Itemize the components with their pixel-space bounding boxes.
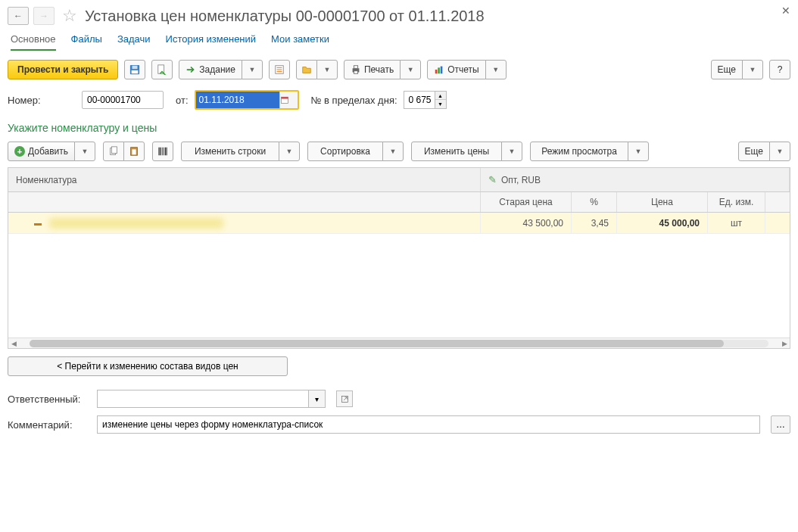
- svg-rect-11: [435, 70, 438, 73]
- comment-more-button[interactable]: …: [771, 415, 790, 434]
- col-price-header[interactable]: Цена: [617, 192, 708, 212]
- attach-dropdown[interactable]: ▼: [316, 60, 338, 79]
- folder-icon: [301, 64, 312, 75]
- day-index-input[interactable]: [404, 91, 435, 109]
- sort-dropdown[interactable]: ▼: [382, 142, 404, 161]
- task-button[interactable]: Задание: [179, 60, 242, 79]
- col-old-price-header[interactable]: Старая цена: [481, 192, 572, 212]
- responsible-open-button[interactable]: [336, 390, 353, 407]
- nav-back-button[interactable]: ←: [8, 7, 29, 25]
- scroll-thumb[interactable]: [30, 340, 724, 347]
- cell-price[interactable]: 45 000,00: [617, 213, 708, 233]
- responsible-dropdown[interactable]: ▾: [309, 390, 326, 408]
- table-row[interactable]: ▬ 43 500,00 3,45 45 000,00 шт: [8, 213, 790, 234]
- svg-rect-13: [441, 67, 443, 74]
- toolbar2-more-dropdown[interactable]: ▼: [769, 142, 790, 161]
- post-and-close-button[interactable]: Провести и закрыть: [8, 60, 118, 79]
- chart-icon: [434, 64, 444, 75]
- number-input[interactable]: [82, 91, 164, 109]
- print-dropdown[interactable]: ▼: [400, 60, 421, 79]
- svg-rect-15: [281, 97, 288, 98]
- svg-rect-10: [354, 71, 357, 74]
- print-label: Печать: [364, 64, 394, 75]
- col-percent-header[interactable]: %: [572, 192, 617, 212]
- edit-rows-dropdown[interactable]: ▼: [279, 142, 300, 161]
- list-icon: [274, 64, 285, 75]
- close-icon[interactable]: ✕: [781, 5, 790, 17]
- edit-prices-button[interactable]: Изменить цены: [411, 142, 502, 161]
- plus-icon: +: [14, 146, 25, 157]
- svg-rect-9: [354, 66, 357, 69]
- day-index-down[interactable]: ▼: [435, 100, 446, 108]
- attach-button[interactable]: [296, 60, 317, 79]
- col-opt-header[interactable]: ✎ Опт, RUB: [481, 168, 790, 191]
- day-index-up[interactable]: ▲: [435, 92, 446, 100]
- responsible-input[interactable]: [97, 390, 309, 408]
- tab-tasks[interactable]: Задачи: [117, 33, 151, 51]
- toolbar2-more-button[interactable]: Еще: [738, 142, 770, 161]
- more-dropdown[interactable]: ▼: [742, 60, 763, 79]
- post-button[interactable]: [151, 60, 173, 79]
- comment-input[interactable]: [97, 415, 760, 434]
- save-button[interactable]: [124, 60, 145, 79]
- edit-rows-button[interactable]: Изменить строки: [181, 142, 279, 161]
- add-label: Добавить: [28, 146, 68, 157]
- svg-rect-17: [111, 147, 117, 154]
- calendar-button[interactable]: [279, 92, 298, 108]
- opt-label: Опт, RUB: [501, 175, 541, 185]
- responsible-label: Ответственный:: [8, 394, 91, 405]
- nomenclature-name: [49, 218, 223, 229]
- tab-files[interactable]: Файлы: [71, 33, 102, 51]
- cell-old-price[interactable]: 43 500,00: [481, 213, 572, 233]
- view-mode-dropdown[interactable]: ▼: [628, 142, 649, 161]
- nav-forward-button[interactable]: →: [33, 7, 55, 25]
- task-dropdown[interactable]: ▼: [242, 60, 263, 79]
- copy-button[interactable]: [103, 142, 124, 161]
- tab-bar: Основное Файлы Задачи История изменений …: [8, 33, 790, 51]
- tab-main[interactable]: Основное: [11, 33, 56, 51]
- svg-rect-12: [438, 67, 440, 73]
- cell-percent[interactable]: 3,45: [572, 213, 617, 233]
- edit-prices-dropdown[interactable]: ▼: [501, 142, 522, 161]
- add-dropdown[interactable]: ▼: [74, 142, 95, 161]
- help-button[interactable]: ?: [769, 60, 790, 79]
- open-icon: [341, 395, 349, 403]
- disk-icon: [129, 64, 140, 75]
- scroll-left-icon[interactable]: ◀: [8, 340, 19, 347]
- reports-dropdown[interactable]: ▼: [485, 60, 507, 79]
- page-title: Установка цен номенклатуры 00-00001700 о…: [85, 8, 485, 25]
- horizontal-scrollbar[interactable]: ◀ ▶: [8, 338, 790, 348]
- date-input[interactable]: [196, 92, 279, 108]
- svg-rect-1: [132, 70, 139, 73]
- tab-history[interactable]: История изменений: [166, 33, 257, 51]
- sort-button[interactable]: Сортировка: [307, 142, 383, 161]
- goto-price-types-button[interactable]: < Перейти к изменению состава видов цен: [8, 356, 288, 376]
- day-index-label: № в пределах дня:: [311, 95, 397, 106]
- copy-icon: [108, 146, 119, 157]
- paste-button[interactable]: [123, 142, 145, 161]
- opt-icon: ✎: [488, 174, 497, 185]
- print-button[interactable]: Печать: [344, 60, 401, 79]
- task-button-label: Задание: [199, 64, 235, 75]
- section-title: Укажите номенклатуру и цены: [8, 122, 790, 134]
- structure-button[interactable]: [269, 60, 290, 79]
- cell-unit[interactable]: шт: [708, 213, 765, 233]
- view-mode-button[interactable]: Режим просмотра: [530, 142, 628, 161]
- row-marker-icon: ▬: [34, 219, 42, 227]
- post-icon: [157, 64, 167, 75]
- add-button[interactable]: + Добавить: [8, 142, 75, 161]
- tab-notes[interactable]: Мои заметки: [271, 33, 329, 51]
- scroll-right-icon[interactable]: ▶: [779, 340, 790, 347]
- calendar-icon: [280, 95, 289, 104]
- col-nomen-header[interactable]: Номенклатура: [8, 168, 481, 191]
- svg-rect-19: [132, 149, 136, 154]
- col-unit-header[interactable]: Ед. изм.: [708, 192, 765, 212]
- more-button[interactable]: Еще: [711, 60, 743, 79]
- reports-button[interactable]: Отчеты: [427, 60, 485, 79]
- paste-icon: [129, 146, 139, 157]
- favorite-star-icon[interactable]: ☆: [62, 6, 77, 26]
- barcode-button[interactable]: [152, 142, 173, 161]
- date-label: от:: [176, 95, 189, 106]
- svg-rect-2: [132, 66, 138, 69]
- col-nomen-sub: [8, 192, 481, 212]
